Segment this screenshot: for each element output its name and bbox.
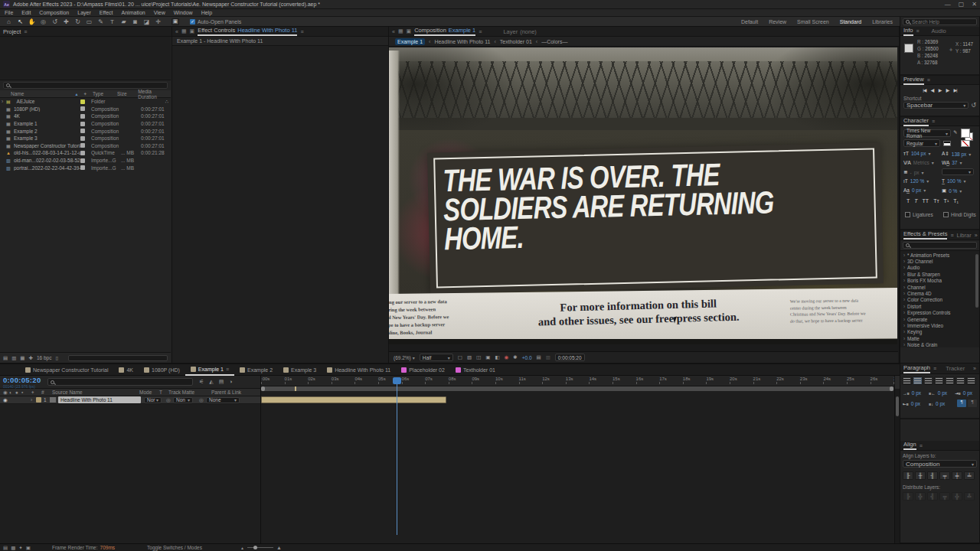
- effects-scrollbar[interactable]: [975, 254, 978, 308]
- align-button-3[interactable]: ╤: [939, 471, 950, 480]
- mask-visibility-icon[interactable]: ◫: [476, 354, 481, 360]
- flowchart-icon[interactable]: ▩: [11, 545, 15, 551]
- eraser-tool[interactable]: ◪: [141, 18, 152, 25]
- tab-info[interactable]: Info: [903, 27, 913, 36]
- minimize-button[interactable]: —: [945, 1, 951, 8]
- zoom-out-icon[interactable]: ▲: [240, 546, 244, 550]
- overflow-icon[interactable]: »: [973, 366, 976, 371]
- rulers-icon[interactable]: ◧: [495, 354, 499, 360]
- menu-file[interactable]: File: [5, 10, 13, 15]
- label-swatch[interactable]: [80, 151, 85, 155]
- leading-field[interactable]: A⇕138 px▾: [942, 151, 971, 157]
- baseline-shift-field[interactable]: Aa̲0 px▾: [903, 187, 926, 193]
- distribute-button-1[interactable]: ╬: [915, 492, 926, 500]
- label-swatch[interactable]: [80, 143, 85, 148]
- twirl-icon[interactable]: ›: [903, 323, 905, 328]
- align-to-dropdown[interactable]: Composition▾: [903, 460, 977, 468]
- snapshot-icon[interactable]: ▤: [537, 354, 541, 360]
- menu-edit[interactable]: Edit: [21, 10, 31, 15]
- tab-composition[interactable]: Composition Example 1: [414, 27, 475, 36]
- twirl-icon[interactable]: ›: [903, 317, 905, 322]
- align-button-2[interactable]: ╢: [927, 471, 938, 480]
- sort-arrow-icon[interactable]: ▲: [75, 92, 79, 96]
- twirl-icon[interactable]: ›: [903, 336, 905, 341]
- effects-category[interactable]: ›Blur & Sharpen: [900, 271, 979, 277]
- zoom-in-icon[interactable]: ▲: [276, 545, 282, 550]
- maximize-button[interactable]: ▢: [959, 1, 965, 8]
- hand-tool[interactable]: ✋: [26, 18, 38, 25]
- twirl-icon[interactable]: ›: [903, 310, 905, 315]
- toggle-switches-button[interactable]: Toggle Switches / Modes: [147, 545, 202, 550]
- fill-color-swatch[interactable]: [961, 129, 970, 138]
- item-name[interactable]: Example 2: [14, 129, 80, 134]
- timeline-scrollbar-thumb[interactable]: [896, 396, 899, 416]
- timeline-tab-example-2[interactable]: Example 2: [234, 364, 278, 376]
- twirl-icon[interactable]: ›: [903, 265, 905, 270]
- item-name[interactable]: _AEJuice: [14, 99, 80, 104]
- zoom-slider-track[interactable]: [247, 547, 273, 548]
- auto-open-checkbox[interactable]: ✓: [190, 19, 195, 24]
- timeline-tab-textholder-01[interactable]: Textholder 01: [450, 364, 501, 376]
- panel-menu-icon[interactable]: ≡: [932, 119, 935, 124]
- resolution-dropdown[interactable]: Half▾: [420, 354, 453, 361]
- track-matte-pickwhip-icon[interactable]: ◎: [166, 397, 173, 403]
- twirl-icon[interactable]: ›: [903, 297, 905, 302]
- effects-category[interactable]: ›Matte: [900, 335, 979, 341]
- workspace-review[interactable]: Review: [769, 19, 786, 24]
- panel-menu-icon[interactable]: ≡: [479, 29, 482, 34]
- tab-effect-controls[interactable]: Effect Controls Headline With Photo 11: [198, 27, 297, 36]
- table-row[interactable]: ▲old-his...022-08-03-14-21-12-utc.movQui…: [0, 149, 171, 157]
- channels-icon[interactable]: ◉: [505, 354, 509, 360]
- panel-menu-icon[interactable]: ≡: [226, 367, 229, 372]
- tracking-field[interactable]: WA̲37▾: [942, 160, 962, 165]
- twirl-icon[interactable]: ›: [903, 291, 905, 296]
- workspace-default[interactable]: Default: [741, 19, 758, 24]
- label-swatch[interactable]: [80, 158, 85, 163]
- roi-icon[interactable]: ▢: [458, 354, 462, 360]
- distribute-button-3[interactable]: ╦: [939, 492, 950, 500]
- col-track-matte[interactable]: Track Matte: [168, 390, 211, 395]
- zoom-tool[interactable]: ◎: [38, 18, 49, 25]
- shortcut-dropdown[interactable]: Spacebar▾: [903, 102, 969, 109]
- parent-link-dropdown[interactable]: None▾: [206, 397, 240, 403]
- faux-italic-button[interactable]: T: [914, 198, 917, 204]
- last-frame-button[interactable]: ▶|: [954, 87, 957, 93]
- transparency-grid-icon[interactable]: ▧: [467, 354, 472, 360]
- play-button[interactable]: ▶: [939, 87, 942, 93]
- layer-visibility-icon[interactable]: ◉: [3, 397, 9, 403]
- table-row[interactable]: ▦Newspaper Constructor TutorialCompositi…: [0, 142, 171, 150]
- table-row[interactable]: ▦4KComposition0:00:27:01: [0, 112, 171, 120]
- effects-category[interactable]: ›Audio: [900, 265, 979, 271]
- previous-frame-button[interactable]: ◀|: [931, 87, 934, 93]
- lock-icon[interactable]: ▣: [190, 28, 195, 34]
- layer-name[interactable]: Headline With Photo 11: [58, 396, 141, 403]
- superscript-button[interactable]: T¹: [944, 198, 949, 204]
- orbit-tool[interactable]: ↺: [49, 18, 60, 25]
- timeline-tab-1080p-(hd)[interactable]: 1080P (HD): [139, 364, 185, 376]
- menu-window[interactable]: Window: [174, 10, 193, 15]
- font-family-dropdown[interactable]: Times New Roman▾: [903, 129, 951, 137]
- effects-category[interactable]: ›Expression Controls: [900, 310, 979, 316]
- twirl-icon[interactable]: ›: [903, 329, 905, 334]
- distribute-button-0[interactable]: ╠: [903, 492, 913, 500]
- paragraph-align-button-1[interactable]: [913, 377, 923, 385]
- no-stroke-icon[interactable]: [961, 140, 970, 147]
- label-swatch[interactable]: [80, 122, 85, 126]
- menu-view[interactable]: View: [154, 10, 165, 15]
- distribute-button-4[interactable]: ╬: [952, 492, 962, 500]
- label-column-icon[interactable]: ✦: [83, 91, 87, 97]
- align-button-4[interactable]: ╪: [952, 471, 962, 480]
- effects-category[interactable]: ›Immersive Video: [900, 322, 979, 328]
- effects-category[interactable]: ›3D Channel: [900, 258, 979, 264]
- kerning-field[interactable]: V⁄AMetrics▾: [903, 160, 934, 165]
- effects-category[interactable]: ›Channel: [900, 284, 979, 290]
- panel-menu-icon[interactable]: ≡: [916, 28, 920, 34]
- item-name[interactable]: Newspaper Constructor Tutorial: [14, 143, 80, 148]
- effects-category[interactable]: ›Keying: [900, 329, 979, 335]
- home-tool[interactable]: ⌂: [3, 18, 15, 25]
- space-after-field[interactable]: ≡↓0 px: [929, 401, 945, 406]
- twirl-icon[interactable]: ›: [903, 342, 905, 347]
- menu-animation[interactable]: Animation: [122, 10, 145, 15]
- col-size[interactable]: Size: [117, 91, 138, 96]
- reset-icon[interactable]: ↺: [971, 102, 976, 109]
